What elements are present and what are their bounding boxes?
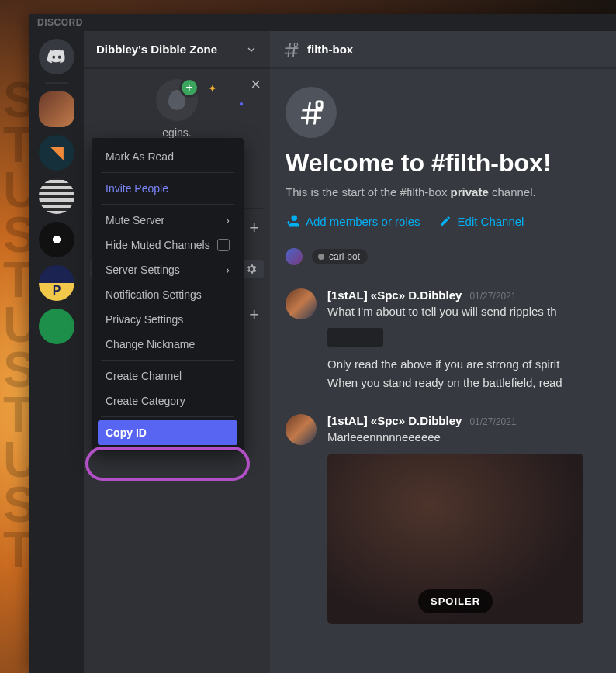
server-context-menu: Mark As Read Invite People Mute Server ›… <box>92 138 244 451</box>
menu-invite-people[interactable]: Invite People <box>98 176 237 201</box>
message-text: What I'm about to tell you will send rip… <box>327 303 562 320</box>
message-text: Only read the above if you are strong of… <box>327 356 562 373</box>
server-rail: ◥ <box>29 31 84 673</box>
server-name: Dibbley's Dibble Zone <box>96 43 217 56</box>
titlebar: DISCORD <box>29 14 616 31</box>
menu-separator <box>101 204 234 205</box>
welcome-hash-badge <box>286 87 337 138</box>
plus-badge-icon: + <box>179 78 199 98</box>
menu-change-nickname[interactable]: Change Nickname <box>98 332 237 357</box>
welcome-title: Welcome to #filth-box! <box>286 149 600 178</box>
message-timestamp: 01/27/2021 <box>469 416 516 427</box>
avatar[interactable] <box>286 288 317 319</box>
menu-mark-as-read[interactable]: Mark As Read <box>98 144 237 169</box>
spoiler-inline[interactable] <box>327 328 383 347</box>
message-author[interactable]: [1stAL] «Spc» D.Dibbley <box>327 288 462 302</box>
chevron-right-icon: › <box>226 264 230 276</box>
message: [1stAL] «Spc» D.Dibbley 01/27/2021 What … <box>286 288 600 391</box>
message-timestamp: 01/27/2021 <box>469 291 516 302</box>
chat-scroll-area[interactable]: Welcome to #filth-box! This is the start… <box>270 68 616 673</box>
discord-app-window: DISCORD ◥ Dibbley's Dibble Zone <box>29 14 616 673</box>
gear-icon[interactable] <box>245 263 258 275</box>
bot-avatar <box>286 248 303 265</box>
add-channel-icon[interactable]: + <box>249 305 259 325</box>
channel-title: filth-box <box>307 43 353 56</box>
svg-rect-3 <box>318 102 321 107</box>
server-icon[interactable] <box>39 265 74 301</box>
menu-create-channel[interactable]: Create Channel <box>98 364 237 388</box>
hash-lock-icon <box>282 41 299 58</box>
add-channel-icon[interactable]: + <box>249 218 259 238</box>
bot-pill[interactable]: carl-bot <box>312 249 368 264</box>
chat-main-column: filth-box Welcome to #filth-box! This is… <box>270 31 616 673</box>
discord-logo-icon <box>47 47 67 67</box>
message: [1stAL] «Spc» D.Dibbley 01/27/2021 Marle… <box>286 414 600 624</box>
message-text: Marleeennnnneeeeee <box>327 429 583 446</box>
bot-name: carl-bot <box>329 251 360 262</box>
menu-separator <box>101 416 234 417</box>
menu-create-category[interactable]: Create Category <box>98 388 237 413</box>
close-icon[interactable]: × <box>251 74 261 95</box>
person-add-icon <box>286 214 299 228</box>
message-author[interactable]: [1stAL] «Spc» D.Dibbley <box>327 414 462 427</box>
chevron-right-icon: › <box>226 214 230 226</box>
menu-separator <box>101 172 234 173</box>
menu-copy-id[interactable]: Copy ID <box>98 420 237 445</box>
welcome-block: Welcome to #filth-box! This is the start… <box>286 87 600 228</box>
status-dot-icon <box>318 254 324 260</box>
rail-divider <box>45 82 68 84</box>
channel-header: filth-box <box>270 31 616 68</box>
sparkle-icon: ✦ <box>208 82 217 95</box>
server-icon[interactable] <box>39 309 74 344</box>
server-icon[interactable] <box>39 222 74 257</box>
menu-server-settings[interactable]: Server Settings › <box>98 257 237 282</box>
avatar[interactable] <box>286 414 317 445</box>
checkbox-icon <box>217 239 230 251</box>
bot-indicator-row: carl-bot <box>286 248 600 265</box>
chevron-down-icon <box>245 43 258 56</box>
menu-mute-server[interactable]: Mute Server › <box>98 208 237 233</box>
menu-privacy-settings[interactable]: Privacy Settings <box>98 307 237 332</box>
menu-notification-settings[interactable]: Notification Settings <box>98 282 237 307</box>
server-header[interactable]: Dibbley's Dibble Zone <box>84 31 270 68</box>
titlebar-brand: DISCORD <box>37 17 83 28</box>
server-icon[interactable]: ◥ <box>39 135 74 171</box>
message-text: When you stand ready on the battlefield,… <box>327 374 562 392</box>
server-icon[interactable] <box>39 178 74 214</box>
svg-rect-1 <box>295 43 297 46</box>
sparkle-icon: ● <box>239 99 244 108</box>
server-icon[interactable] <box>39 91 74 127</box>
add-members-link[interactable]: Add members or roles <box>286 214 420 228</box>
pencil-icon <box>439 215 452 227</box>
edit-channel-link[interactable]: Edit Channel <box>439 215 524 228</box>
menu-separator <box>101 360 234 361</box>
boost-orb-graphic: + <box>156 79 198 121</box>
home-button[interactable] <box>39 39 74 74</box>
spoiler-attachment[interactable]: SPOILER <box>327 454 583 624</box>
welcome-subtitle: This is the start of the #filth-box priv… <box>286 185 600 198</box>
spoiler-button[interactable]: SPOILER <box>418 589 493 613</box>
menu-hide-muted[interactable]: Hide Muted Channels <box>98 233 237 257</box>
